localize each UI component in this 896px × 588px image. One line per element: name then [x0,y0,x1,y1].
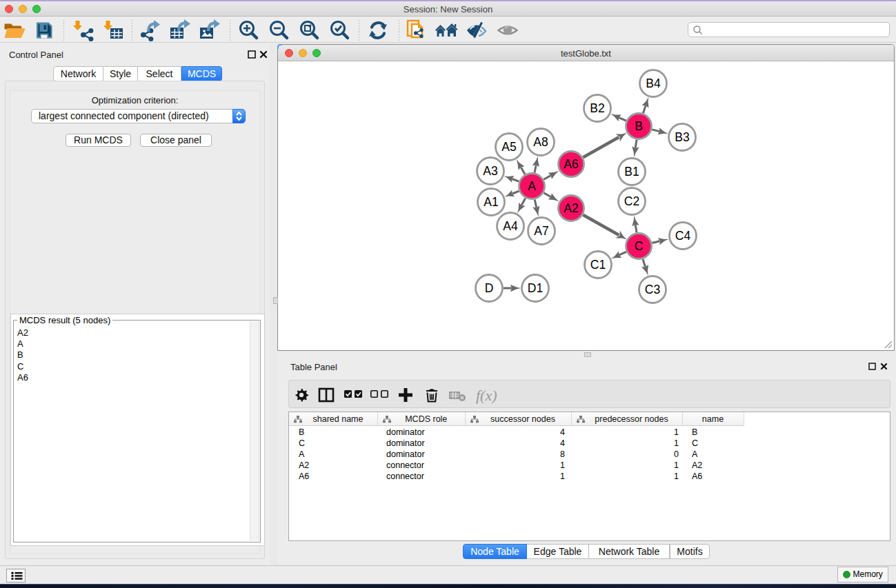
svg-text:A3: A3 [483,164,497,178]
svg-text:A1: A1 [484,195,498,209]
svg-text:C: C [635,239,644,253]
svg-text:A5: A5 [501,140,516,154]
svg-text:A: A [528,179,536,193]
svg-text:A8: A8 [533,135,548,149]
svg-text:D1: D1 [528,281,543,295]
svg-text:B4: B4 [646,77,661,90]
svg-text:C2: C2 [624,194,639,208]
svg-text:B2: B2 [590,101,604,115]
svg-text:C1: C1 [590,258,606,272]
svg-text:A6: A6 [564,157,578,171]
svg-text:A4: A4 [503,219,518,233]
svg-text:C3: C3 [645,283,660,296]
svg-text:A2: A2 [564,201,578,215]
svg-text:C4: C4 [675,229,691,243]
svg-text:B3: B3 [675,130,689,144]
svg-text:D: D [485,281,494,295]
svg-text:A7: A7 [534,224,548,238]
svg-text:B1: B1 [624,165,639,179]
svg-text:B: B [635,119,643,133]
